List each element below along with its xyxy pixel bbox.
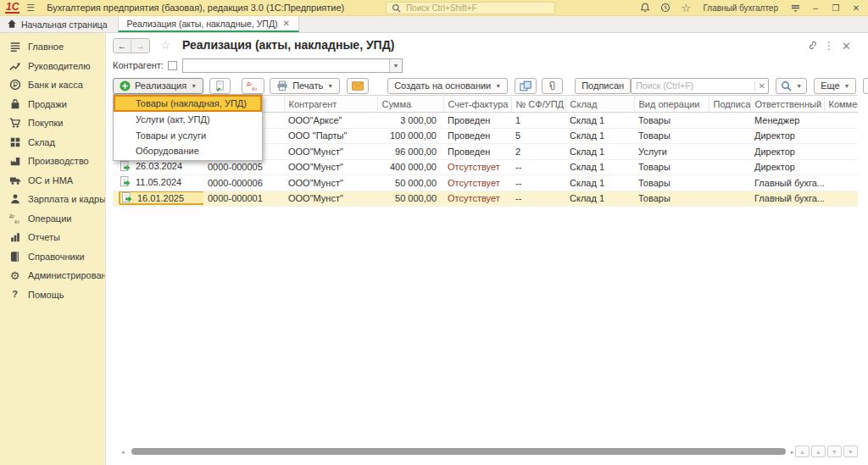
column-header[interactable]: Вид операции	[634, 96, 709, 113]
cell-responsible[interactable]: Главный бухга...	[750, 175, 824, 191]
cell-sf-number[interactable]: --	[511, 175, 565, 191]
cell-counterparty[interactable]: ООО"Мунст"	[284, 175, 377, 191]
print-button[interactable]: Печать ▼	[270, 78, 340, 94]
cell-date[interactable]: 11.05.2024	[113, 175, 203, 191]
show-postings-dtkt-button[interactable]: ДтКт	[242, 78, 264, 94]
tab-close-icon[interactable]: ✕	[282, 19, 289, 28]
cell-amount[interactable]: 400 000,00	[377, 159, 443, 175]
post-document-button[interactable]	[209, 78, 231, 94]
cell-signed[interactable]	[709, 113, 750, 129]
restore-button[interactable]: ❐	[829, 3, 843, 13]
table-row[interactable]: 16.01.20250000-000001ООО"Мунст"50 000,00…	[113, 191, 858, 207]
cell-counterparty[interactable]: ООО"Мунст"	[284, 159, 377, 175]
cell-number[interactable]: 0000-000006	[203, 175, 284, 191]
current-user-label[interactable]: Главный бухгалтер	[703, 3, 778, 13]
create-based-on-button[interactable]: Создать на основании ▼	[387, 78, 508, 94]
sidebar-item-proizvodstvo[interactable]: Производство	[0, 152, 105, 171]
sidebar-item-spravochniki[interactable]: Справочники	[0, 247, 105, 267]
sidebar-item-otchety[interactable]: Отчеты	[0, 228, 105, 247]
cell-amount[interactable]: 96 000,00	[377, 144, 443, 160]
column-header[interactable]: Контрагент	[284, 96, 377, 113]
table-row[interactable]: 11.05.20240000-000006ООО"Мунст"50 000,00…	[113, 175, 858, 191]
cell-signed[interactable]	[709, 175, 750, 191]
cell-invoice-status[interactable]: Отсутствует	[443, 175, 511, 191]
cell-comment[interactable]	[824, 113, 858, 129]
create-realization-button[interactable]: Реализация ▼	[113, 78, 203, 94]
cell-operation-type[interactable]: Товары	[634, 113, 709, 129]
back-button[interactable]: ←	[114, 39, 131, 53]
cell-invoice-status[interactable]: Отсутствует	[443, 191, 511, 207]
go-last-row-button[interactable]: ▼	[843, 446, 858, 457]
cell-comment[interactable]	[824, 175, 858, 191]
edo-exchange-button[interactable]	[515, 78, 537, 94]
cell-operation-type[interactable]: Товары	[634, 128, 709, 144]
history-icon[interactable]	[659, 2, 672, 14]
close-page-icon[interactable]: ✕	[842, 40, 851, 53]
favorites-star-icon[interactable]: ☆	[679, 2, 693, 14]
cell-amount[interactable]: 3 000,00	[377, 113, 443, 129]
cell-responsible[interactable]: Директор	[750, 159, 824, 175]
cell-operation-type[interactable]: Товары	[634, 175, 709, 191]
combo-dropdown-icon[interactable]: ▼	[389, 59, 402, 72]
cell-date[interactable]: 26.03.2024	[113, 159, 203, 175]
cell-date[interactable]: 16.01.2025	[113, 191, 203, 207]
sidebar-item-prodazhi[interactable]: Продажи	[0, 95, 105, 114]
sidebar-item-operacii[interactable]: ДтКтОперации	[0, 209, 105, 229]
cell-warehouse[interactable]: Склад 1	[565, 113, 634, 129]
sidebar-item-zarplata-i-kadry[interactable]: Зарплата и кадры	[0, 190, 105, 209]
global-search-input[interactable]	[406, 3, 552, 13]
cell-signed[interactable]	[709, 159, 750, 175]
attachments-paperclip-button[interactable]	[542, 78, 563, 94]
scroll-left-icon[interactable]: ◂	[121, 449, 125, 456]
column-header[interactable]: № СФ/УПД	[511, 96, 565, 113]
cell-operation-type[interactable]: Товары	[634, 159, 709, 175]
cell-invoice-status[interactable]: Отсутствует	[443, 159, 511, 175]
global-search[interactable]	[386, 2, 555, 14]
cell-operation-type[interactable]: Услуги	[634, 144, 709, 160]
kebab-menu-icon[interactable]: ⋮	[824, 40, 834, 52]
cell-warehouse[interactable]: Склад 1	[565, 144, 634, 160]
column-header[interactable]: Комментарий	[824, 96, 858, 113]
help-button[interactable]: ?	[863, 78, 868, 94]
go-prev-row-button[interactable]: ▲	[811, 446, 826, 457]
sidebar-item-bank-i-kassa[interactable]: Банк и касса	[0, 75, 105, 95]
cell-sf-number[interactable]: --	[511, 159, 565, 175]
cell-number[interactable]: 0000-000005	[203, 159, 284, 175]
cell-sf-number[interactable]: 2	[511, 144, 565, 160]
cell-operation-type[interactable]: Товары	[634, 191, 709, 207]
tab-realizaciya[interactable]: Реализация (акты, накладные, УПД) ✕	[118, 16, 299, 32]
tab-home[interactable]: Начальная страница	[0, 16, 118, 32]
cell-amount[interactable]: 50 000,00	[377, 175, 443, 191]
sidebar-item-rukovoditelyu[interactable]: Руководителю	[0, 57, 105, 76]
counterparty-filter-checkbox[interactable]	[168, 61, 177, 70]
clear-search-icon[interactable]: ✕	[754, 81, 768, 91]
cell-responsible[interactable]: Директор	[750, 144, 824, 160]
sidebar-item-pokupki[interactable]: Покупки	[0, 113, 105, 133]
cell-responsible[interactable]: Менеджер	[750, 113, 824, 129]
close-window-button[interactable]: ✕	[849, 3, 863, 13]
column-header[interactable]: Склад	[565, 96, 634, 113]
cell-amount[interactable]: 50 000,00	[377, 191, 443, 207]
cell-signed[interactable]	[709, 128, 750, 144]
column-header[interactable]: Счет-фактура	[443, 96, 511, 113]
search-settings-button[interactable]: ▼	[776, 78, 807, 94]
cell-comment[interactable]	[824, 128, 858, 144]
cell-responsible[interactable]: Главный бухга...	[750, 191, 824, 207]
cell-comment[interactable]	[824, 191, 858, 207]
cell-comment[interactable]	[824, 159, 858, 175]
menu-item-4[interactable]: Оборудование	[114, 143, 262, 159]
cell-invoice-status[interactable]: Проведен	[443, 113, 511, 129]
more-button[interactable]: Еще ▼	[814, 78, 856, 94]
sidebar-item-os-i-nma[interactable]: ОС и НМА	[0, 171, 105, 191]
cell-amount[interactable]: 100 000,00	[377, 128, 443, 144]
cell-counterparty[interactable]: ООО"Мунст"	[284, 191, 377, 207]
menu-item-1[interactable]: Товары (накладная, УПД)	[114, 95, 262, 112]
sidebar-item-pomoshch[interactable]: ?Помощь	[0, 285, 105, 305]
cell-number[interactable]: 0000-000001	[203, 191, 284, 207]
menu-item-3[interactable]: Товары и услуги	[114, 128, 262, 144]
cell-counterparty[interactable]: ООО"Мунст"	[284, 144, 377, 160]
cell-sf-number[interactable]: 1	[511, 113, 565, 129]
cell-invoice-status[interactable]: Проведен	[443, 144, 511, 160]
cell-sf-number[interactable]: 5	[511, 128, 565, 144]
menu-item-2[interactable]: Услуги (акт, УПД)	[114, 112, 262, 128]
